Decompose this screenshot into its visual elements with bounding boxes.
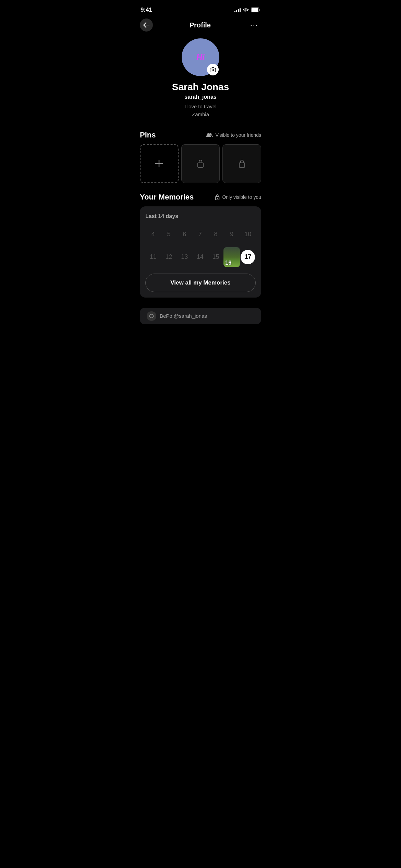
memory-thumbnail[interactable]: 16 (223, 247, 240, 267)
pins-grid (140, 144, 261, 183)
cal-day-7: 7 (192, 226, 208, 243)
svg-point-3 (212, 69, 214, 71)
battery-icon (251, 8, 260, 12)
memories-header: Your Memories Only visible to you (140, 193, 261, 202)
cal-day-13: 13 (177, 249, 192, 265)
handle-text: BePo @sarah_jonas (160, 313, 207, 319)
cal-day-5: 5 (161, 226, 177, 243)
svg-point-11 (217, 198, 218, 199)
avatar-initials: Hi (196, 52, 205, 62)
bio: I love to travel Zambia (184, 103, 216, 118)
change-photo-button[interactable] (207, 64, 219, 75)
today-circle: 17 (241, 250, 255, 264)
status-time: 9:41 (141, 7, 152, 13)
handle-content[interactable]: BePo @sarah_jonas (140, 308, 261, 324)
cal-day-15: 15 (208, 249, 224, 265)
pins-header: Pins Visible to your friends (140, 131, 261, 140)
bio-text: I love to travel (184, 104, 216, 109)
pins-visibility-label: Visible to your friends (215, 132, 261, 138)
memory-day-label: 16 (225, 260, 231, 266)
svg-rect-9 (239, 163, 245, 167)
pin-cell-2[interactable] (181, 144, 220, 183)
cal-day-8: 8 (208, 226, 224, 243)
status-icons (234, 8, 260, 12)
wifi-icon (243, 8, 249, 12)
avatar-wrapper: Hi (182, 38, 219, 76)
calendar-grid: 4 5 6 7 8 9 10 11 12 13 14 15 16 17 (145, 226, 256, 265)
memories-visibility: Only visible to you (215, 194, 261, 200)
cal-day-9: 9 (223, 226, 240, 243)
cal-day-10: 10 (240, 226, 256, 243)
pins-title: Pins (140, 131, 156, 140)
display-name: Sarah Jonas (172, 82, 229, 93)
svg-rect-2 (259, 9, 260, 11)
signal-icon (234, 8, 241, 12)
last-14-label: Last 14 days (145, 213, 256, 219)
cal-day-12: 12 (161, 249, 177, 265)
nav-bar: Profile ··· (134, 17, 267, 35)
pins-visibility: Visible to your friends (206, 132, 261, 138)
svg-rect-1 (252, 8, 258, 12)
status-bar: 9:41 (134, 0, 267, 17)
cal-day-14: 14 (192, 249, 208, 265)
memories-title: Your Memories (140, 193, 194, 202)
username: sarah_jonas (184, 94, 216, 100)
cal-day-6: 6 (177, 226, 192, 243)
pin-cell-3[interactable] (222, 144, 261, 183)
memories-section: Your Memories Only visible to you Last 1… (134, 193, 267, 304)
svg-rect-8 (198, 163, 203, 167)
cal-day-16[interactable]: 16 (223, 249, 240, 265)
profile-section: Hi Sarah Jonas sarah_jonas I love to tra… (134, 35, 267, 125)
add-pin-cell[interactable] (140, 144, 179, 183)
memories-visibility-label: Only visible to you (222, 194, 261, 200)
location-text: Zambia (192, 111, 209, 117)
page-title: Profile (190, 21, 211, 29)
cal-day-4: 4 (145, 226, 161, 243)
handle-icon (147, 311, 156, 321)
bottom-handle: BePo @sarah_jonas (134, 304, 267, 324)
memories-card: Last 14 days 4 5 6 7 8 9 10 11 12 13 14 … (140, 206, 261, 298)
cal-day-11: 11 (145, 249, 161, 265)
view-all-memories-button[interactable]: View all my Memories (145, 274, 256, 292)
more-button[interactable]: ··· (247, 19, 261, 31)
cal-day-17[interactable]: 17 (240, 249, 256, 265)
pins-section: Pins Visible to your friends (134, 125, 267, 183)
back-button[interactable] (140, 19, 153, 32)
